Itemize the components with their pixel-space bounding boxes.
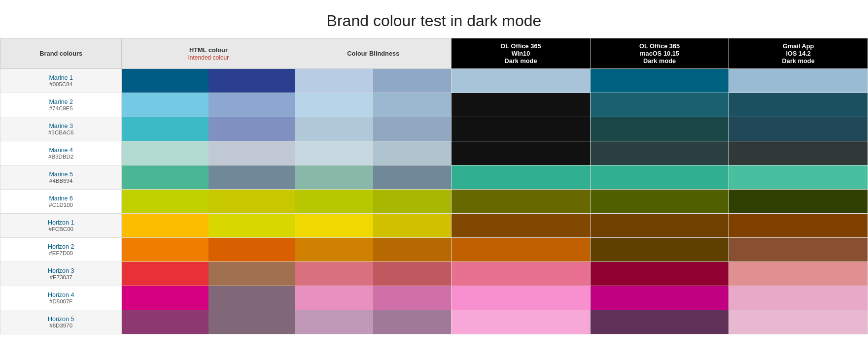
brand-hex: #8D3970 <box>3 323 118 328</box>
html-color-cell <box>122 286 295 310</box>
color-table: Brand colours HTML colour Intended colou… <box>0 38 868 334</box>
blindness-color-block <box>295 165 451 189</box>
html-color-block <box>122 69 295 93</box>
blindness-color-half-1 <box>295 262 373 286</box>
brand-hex: #B3DBD2 <box>3 154 118 160</box>
html-color-cell <box>122 190 295 214</box>
win10-color-cell <box>451 286 590 310</box>
win10-color-cell <box>451 165 590 190</box>
win10-color-cell <box>451 214 590 238</box>
html-color-half-2 <box>208 310 295 334</box>
blindness-color-half-1 <box>295 214 373 237</box>
brand-label-cell: Horizon 5 #8D3970 <box>0 310 122 334</box>
win10-color-cell <box>451 190 590 214</box>
macos-color-cell <box>590 262 729 286</box>
gmail-color-cell <box>729 262 868 286</box>
html-color-block <box>122 262 295 286</box>
gmail-color-cell <box>729 141 868 165</box>
blindness-color-half-2 <box>373 310 451 334</box>
brand-hex: #005C84 <box>3 81 118 87</box>
blindness-color-cell <box>295 286 451 310</box>
blindness-color-cell <box>295 141 451 165</box>
html-color-half-1 <box>122 310 208 334</box>
gmail-color-cell <box>729 238 868 262</box>
html-color-block <box>122 117 295 141</box>
macos-color-cell <box>590 93 729 117</box>
gmail-color-cell <box>729 69 868 93</box>
blindness-color-block <box>295 141 451 165</box>
brand-label-cell: Horizon 1 #FCBC00 <box>0 214 122 238</box>
html-color-cell <box>122 262 295 286</box>
header-gmail: Gmail App iOS 14.2 Dark mode <box>729 38 868 69</box>
brand-name: Marine 4 <box>3 147 118 154</box>
brand-name: Marine 5 <box>3 171 118 178</box>
brand-name: Horizon 1 <box>3 219 118 226</box>
html-color-half-1 <box>122 286 208 310</box>
blindness-color-block <box>295 310 451 334</box>
macos-color-cell <box>590 286 729 310</box>
table-row: Horizon 1 #FCBC00 <box>0 214 868 238</box>
macos-color-cell <box>590 165 729 190</box>
blindness-color-half-1 <box>295 117 373 141</box>
blindness-color-half-1 <box>295 93 373 117</box>
blindness-color-block <box>295 190 451 213</box>
gmail-color-cell <box>729 117 868 141</box>
html-color-cell <box>122 93 295 117</box>
blindness-color-half-1 <box>295 286 373 310</box>
html-color-half-2 <box>208 190 295 213</box>
macos-color-cell <box>590 190 729 214</box>
brand-label-cell: Marine 1 #005C84 <box>0 69 122 93</box>
html-color-block <box>122 238 295 262</box>
html-color-cell <box>122 214 295 238</box>
blindness-color-half-1 <box>295 190 373 213</box>
blindness-color-half-2 <box>373 165 451 189</box>
html-color-half-1 <box>122 214 208 237</box>
gmail-color-cell <box>729 286 868 310</box>
win10-color-cell <box>451 93 590 117</box>
color-table-wrapper: Brand colours HTML colour Intended colou… <box>0 38 868 334</box>
macos-color-cell <box>590 117 729 141</box>
brand-hex: #D5007F <box>3 298 118 304</box>
blindness-color-block <box>295 214 451 237</box>
brand-label-cell: Marine 5 #4BB694 <box>0 165 122 190</box>
gmail-color-cell <box>729 190 868 214</box>
page-title: Brand colour test in dark mode <box>0 0 868 38</box>
html-color-cell <box>122 165 295 190</box>
blindness-color-cell <box>295 165 451 190</box>
blindness-color-half-2 <box>373 190 451 213</box>
html-color-half-2 <box>208 93 295 117</box>
blindness-color-block <box>295 69 451 93</box>
gmail-color-cell <box>729 93 868 117</box>
header-brand: Brand colours <box>0 38 122 69</box>
table-row: Horizon 3 #E73037 <box>0 262 868 286</box>
html-color-half-2 <box>208 214 295 237</box>
html-color-cell <box>122 117 295 141</box>
brand-name: Horizon 2 <box>3 243 118 250</box>
blindness-color-block <box>295 262 451 286</box>
html-color-cell <box>122 141 295 165</box>
blindness-color-half-2 <box>373 141 451 165</box>
blindness-color-cell <box>295 117 451 141</box>
html-color-block <box>122 214 295 237</box>
brand-name: Horizon 5 <box>3 316 118 323</box>
macos-color-cell <box>590 69 729 93</box>
table-row: Marine 4 #B3DBD2 <box>0 141 868 165</box>
blindness-color-half-2 <box>373 117 451 141</box>
brand-label-cell: Horizon 2 #EF7D00 <box>0 238 122 262</box>
gmail-color-cell <box>729 165 868 190</box>
blindness-color-half-2 <box>373 286 451 310</box>
table-row: Horizon 4 #D5007F <box>0 286 868 310</box>
blindness-color-cell <box>295 69 451 93</box>
html-color-block <box>122 190 295 213</box>
html-color-half-2 <box>208 117 295 141</box>
blindness-color-half-1 <box>295 69 373 93</box>
table-row: Marine 2 #74C9E5 <box>0 93 868 117</box>
macos-color-cell <box>590 141 729 165</box>
html-color-half-2 <box>208 165 295 189</box>
html-color-block <box>122 165 295 189</box>
brand-name: Marine 3 <box>3 123 118 130</box>
blindness-color-cell <box>295 214 451 238</box>
table-row: Marine 6 #C1D100 <box>0 190 868 214</box>
brand-hex: #E73037 <box>3 274 118 280</box>
html-color-half-2 <box>208 69 295 93</box>
